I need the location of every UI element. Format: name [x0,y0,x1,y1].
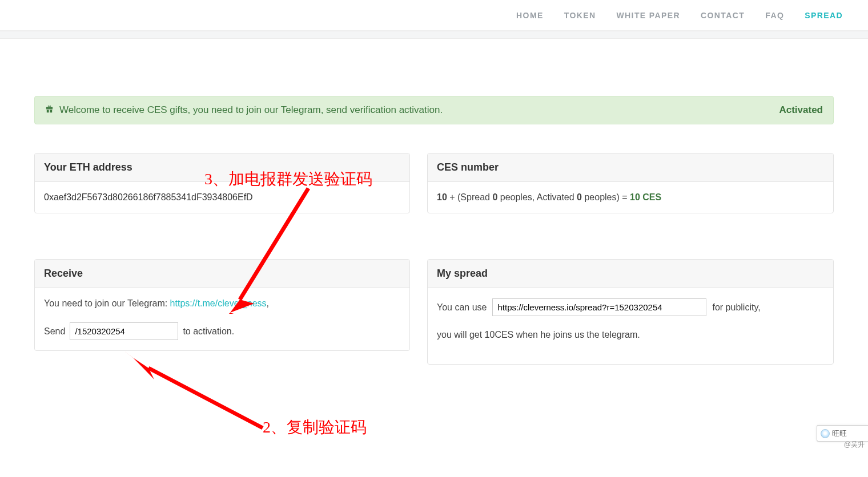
gift-icon [45,105,54,115]
page-content: Welcome to receive CES gifts, you need t… [0,39,868,382]
nav-links: HOME TOKEN WHITE PAPER CONTACT FAQ SPREA… [506,5,853,26]
top-navbar: HOME TOKEN WHITE PAPER CONTACT FAQ SPREA… [0,0,868,31]
nav-spread[interactable]: SPREAD [794,5,853,26]
svg-rect-0 [46,107,53,108]
nav-contact[interactable]: CONTACT [690,5,755,26]
ces-total: 10 CES [630,192,661,202]
ces-activated-count: 0 [577,192,582,202]
eth-address-value: 0xaef3d2F5673d80266186f7885341dF3934806E… [44,192,253,202]
panel-ces-number: CES number 10 + (Spread 0 peoples, Activ… [427,153,834,213]
chat-widget[interactable]: 旺旺 [817,425,868,442]
panel-title-myspread: My spread [428,260,833,288]
welcome-alert: Welcome to receive CES gifts, you need t… [34,96,834,124]
header-strip [0,31,868,39]
panel-title-eth: Your ETH address [35,153,409,182]
ces-base: 10 [437,192,447,202]
panel-title-receive: Receive [35,260,409,288]
panel-receive: Receive You need to join our Telegram: h… [34,259,410,351]
ces-summary: 10 + (Spread 0 peoples, Activated 0 peop… [428,182,833,213]
panel-title-ces: CES number [428,153,833,182]
panel-my-spread: My spread You can use for publicity, you… [427,259,834,365]
spread-use-suffix: for publicity, [712,302,760,313]
verification-code-input[interactable] [70,322,178,340]
chat-handle: @吴升 [844,440,865,450]
spread-url-line: You can use for publicity, [437,298,824,316]
nav-faq[interactable]: FAQ [755,5,794,26]
wangwang-icon [821,429,830,438]
chat-widget-label: 旺旺 [832,429,847,439]
send-suffix: to activation. [183,326,234,337]
nav-token[interactable]: TOKEN [554,5,606,26]
spread-bonus-line: you will get 10CES when he joins us the … [437,330,824,340]
annotation-step2-text: 2、复制验证码 [263,417,367,438]
alert-status: Activated [779,104,823,116]
send-label: Send [44,326,65,337]
nav-home[interactable]: HOME [506,5,554,26]
receive-send-line: Send to activation. [44,322,400,340]
panel-eth-address: Your ETH address 0xaef3d2F5673d80266186f… [34,153,410,213]
telegram-link[interactable]: https://t.me/clever_ness [170,298,267,308]
nav-whitepaper[interactable]: WHITE PAPER [606,5,690,26]
spread-use-label: You can use [437,302,487,313]
spread-url-input[interactable] [492,298,706,316]
receive-telegram-line: You need to join our Telegram: https://t… [44,298,400,309]
ces-spread-count: 0 [492,192,497,202]
alert-text: Welcome to receive CES gifts, you need t… [59,104,443,116]
